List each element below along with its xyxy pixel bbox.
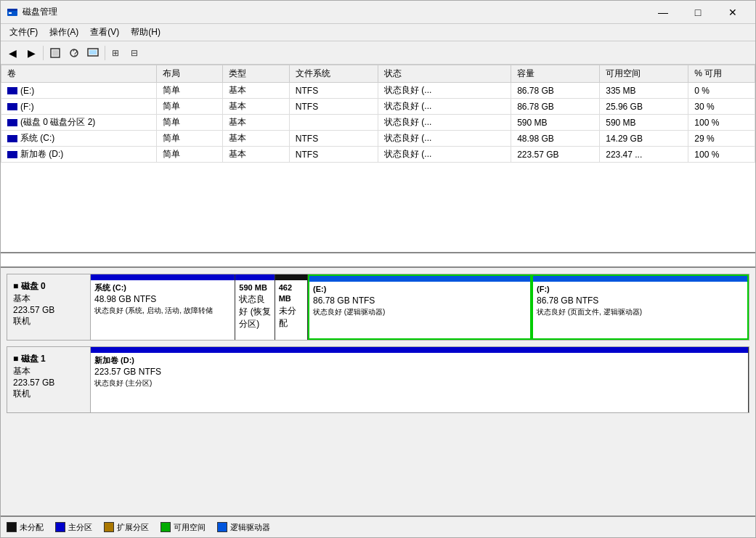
table-row[interactable]: (F:) 简单 基本 NTFS 状态良好 (... 86.78 GB 25.96… xyxy=(1,99,755,115)
cell-layout: 简单 xyxy=(156,83,223,99)
cell-free: 590 MB xyxy=(600,115,688,131)
partition-detail2: 状态良好 (主分区) xyxy=(94,378,744,388)
cell-layout: 简单 xyxy=(156,131,223,147)
partition[interactable]: 新加卷 (D:)223.57 GB NTFS状态良好 (主分区) xyxy=(91,347,749,412)
partition[interactable]: 系统 (C:)48.98 GB NTFS状态良好 (系统, 启动, 活动, 故障… xyxy=(91,274,235,340)
cell-free: 335 MB xyxy=(600,83,688,99)
col-header-pct[interactable]: % 可用 xyxy=(688,65,755,83)
menu-action[interactable]: 操作(A) xyxy=(44,25,84,40)
title-bar: 磁盘管理 — □ ✕ xyxy=(1,1,755,24)
cell-pct: 100 % xyxy=(688,147,755,163)
col-header-type[interactable]: 类型 xyxy=(223,65,290,83)
menu-file[interactable]: 文件(F) xyxy=(4,25,44,40)
cell-status: 状态良好 (... xyxy=(378,83,511,99)
partition-detail1: 48.98 GB NTFS xyxy=(94,293,231,306)
toolbar-btn-5[interactable]: ⊟ xyxy=(127,44,145,62)
col-header-status[interactable]: 状态 xyxy=(378,65,511,83)
cell-fs xyxy=(289,115,378,131)
toolbar-btn-2[interactable]: ? xyxy=(65,44,83,62)
window-controls: — □ ✕ xyxy=(646,1,749,23)
table-row[interactable]: (磁盘 0 磁盘分区 2) 简单 基本 状态良好 (... 590 MB 590… xyxy=(1,115,755,131)
svg-rect-4 xyxy=(52,50,58,56)
cell-pct: 29 % xyxy=(688,131,755,147)
partition-body: 系统 (C:)48.98 GB NTFS状态良好 (系统, 启动, 活动, 故障… xyxy=(91,280,235,340)
partition-detail1: 86.78 GB NTFS xyxy=(313,295,527,307)
partition-detail1: 未分配 xyxy=(279,305,304,330)
legend-label-unalloc: 未分配 xyxy=(20,522,44,533)
disk-partitions: 系统 (C:)48.98 GB NTFS状态良好 (系统, 启动, 活动, 故障… xyxy=(91,274,749,340)
partition-detail2: 状态良好 (逻辑驱动器) xyxy=(313,307,527,317)
table-row[interactable]: 新加卷 (D:) 简单 基本 NTFS 状态良好 (... 223.57 GB … xyxy=(1,147,755,163)
cell-free: 25.96 GB xyxy=(600,99,688,115)
partition[interactable]: (F:)86.78 GB NTFS状态良好 (页面文件, 逻辑驱动器) xyxy=(532,274,749,340)
partition-name: 590 MB xyxy=(239,282,270,293)
partition-detail2: 状态良好 (系统, 启动, 活动, 故障转储 xyxy=(94,306,231,316)
menu-view[interactable]: 查看(V) xyxy=(84,25,125,40)
cell-layout: 简单 xyxy=(156,115,223,131)
cell-fs: NTFS xyxy=(289,99,378,115)
volume-table: 卷 布局 类型 文件系统 状态 容量 可用空间 % 可用 (E:) 简单 基本 … xyxy=(1,65,755,163)
toolbar-separator-1 xyxy=(43,46,44,60)
partition-header-bar xyxy=(235,274,274,280)
cell-vol: 新加卷 (D:) xyxy=(1,147,157,163)
partition-name: (F:) xyxy=(537,284,744,295)
table-row[interactable]: (E:) 简单 基本 NTFS 状态良好 (... 86.78 GB 335 M… xyxy=(1,83,755,99)
minimize-button[interactable]: — xyxy=(646,1,680,23)
legend-item-freespace: 可用空间 xyxy=(160,522,206,533)
close-button[interactable]: ✕ xyxy=(716,1,749,23)
disk-type: 基本 xyxy=(13,365,84,378)
forward-button[interactable]: ▶ xyxy=(23,44,40,62)
back-button[interactable]: ◀ xyxy=(4,44,21,62)
col-header-fs[interactable]: 文件系统 xyxy=(289,65,378,83)
cell-pct: 100 % xyxy=(688,115,755,131)
cell-type: 基本 xyxy=(223,131,290,147)
cell-vol: (F:) xyxy=(1,99,157,115)
toolbar-separator-2 xyxy=(105,46,105,60)
cell-pct: 0 % xyxy=(688,83,755,99)
menu-help[interactable]: 帮助(H) xyxy=(125,25,166,40)
partition[interactable]: (E:)86.78 GB NTFS状态良好 (逻辑驱动器) xyxy=(308,274,532,340)
col-header-free[interactable]: 可用空间 xyxy=(600,65,688,83)
partition-name: 系统 (C:) xyxy=(94,282,231,293)
partition-name: 新加卷 (D:) xyxy=(94,355,744,366)
partition-header-bar xyxy=(91,274,235,280)
divider-area xyxy=(1,253,755,268)
disk-visual-area: ■ 磁盘 0 基本 223.57 GB 联机 系统 (C:)48.98 GB N… xyxy=(1,268,755,515)
cell-free: 14.29 GB xyxy=(600,131,688,147)
disk-status: 联机 xyxy=(13,315,84,327)
legend-item-primary: 主分区 xyxy=(55,522,92,533)
disk-label: ■ 磁盘 0 基本 223.57 GB 联机 xyxy=(7,274,91,340)
table-row[interactable]: 系统 (C:) 简单 基本 NTFS 状态良好 (... 48.98 GB 14… xyxy=(1,131,755,147)
partition[interactable]: 462 MB未分配 xyxy=(275,274,308,340)
legend-box-primary xyxy=(55,522,65,532)
legend-item-unalloc: 未分配 xyxy=(7,522,44,533)
cell-vol: (E:) xyxy=(1,83,157,99)
cell-layout: 简单 xyxy=(156,99,223,115)
legend-box-freespace xyxy=(160,522,171,532)
svg-text:?: ? xyxy=(73,48,78,58)
disk-name: ■ 磁盘 1 xyxy=(13,353,84,365)
toolbar-btn-3[interactable] xyxy=(84,44,102,62)
maximize-button[interactable]: □ xyxy=(681,1,715,23)
disk-size: 223.57 GB xyxy=(13,378,84,388)
partition-body: 462 MB未分配 xyxy=(275,280,307,340)
legend-area: 未分配主分区扩展分区可用空间逻辑驱动器 xyxy=(1,515,755,537)
partition[interactable]: 590 MB状态良好 (恢复分区) xyxy=(235,274,275,340)
partition-name: (E:) xyxy=(313,284,527,295)
col-header-capacity[interactable]: 容量 xyxy=(511,65,600,83)
disk-name: ■ 磁盘 0 xyxy=(13,280,84,293)
cell-status: 状态良好 (... xyxy=(378,99,511,115)
svg-rect-1 xyxy=(7,9,17,11)
toolbar-btn-1[interactable] xyxy=(46,44,64,62)
cell-type: 基本 xyxy=(223,83,290,99)
partition-detail2: 状态良好 (页面文件, 逻辑驱动器) xyxy=(537,307,744,317)
cell-status: 状态良好 (... xyxy=(378,115,511,131)
disk-status: 联机 xyxy=(13,388,84,400)
col-header-layout[interactable]: 布局 xyxy=(156,65,223,83)
partition-header-bar xyxy=(533,276,747,282)
cell-type: 基本 xyxy=(223,115,290,131)
col-header-vol[interactable]: 卷 xyxy=(1,65,157,83)
cell-type: 基本 xyxy=(223,99,290,115)
toolbar-btn-4[interactable]: ⊞ xyxy=(108,44,126,62)
legend-label-primary: 主分区 xyxy=(68,522,92,533)
